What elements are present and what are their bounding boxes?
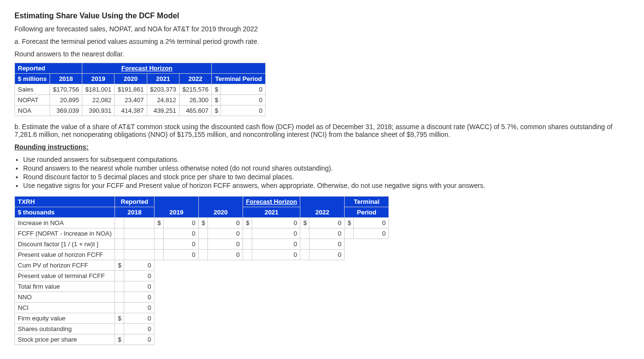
question-b: b. Estimate the value of a share of AT&T…	[14, 123, 630, 138]
value-input[interactable]: 0	[124, 292, 155, 303]
intro-text: Following are forecasted sales, NOPAT, a…	[14, 25, 630, 33]
value-input[interactable]: 0	[252, 250, 300, 260]
empty-cell	[199, 281, 208, 292]
table-row: Discount factor [1 / (1 + rw)t ]0000	[15, 239, 389, 250]
empty-cell	[155, 303, 164, 313]
cell-value: 439,251	[147, 106, 179, 116]
question-a: a. Forecast the terminal period values a…	[14, 38, 630, 45]
row-label: Discount factor [1 / (1 + rw)t ]	[15, 239, 115, 250]
value-input[interactable]: 0	[252, 218, 300, 228]
t2-hdr-terminal: Terminal	[345, 197, 389, 207]
empty-cell	[199, 271, 208, 281]
value-input[interactable]: 0	[164, 250, 199, 260]
row-label: Total firm value	[15, 281, 115, 292]
cell-value: 24,812	[147, 95, 179, 106]
rounding-note: Round answers to the nearest dollar.	[14, 50, 630, 58]
empty-cell	[243, 271, 252, 281]
value-input[interactable]: 0	[309, 228, 345, 239]
value-input[interactable]: 0	[309, 218, 345, 228]
reported-cell	[124, 250, 155, 260]
terminal-input[interactable]: 0	[221, 106, 266, 116]
value-input[interactable]: 0	[208, 218, 243, 228]
value-input[interactable]: 0	[309, 250, 345, 260]
value-input[interactable]: 0	[124, 334, 155, 345]
dollar-sign: $	[115, 260, 124, 271]
value-input[interactable]: 0	[354, 218, 389, 228]
value-input[interactable]: 0	[124, 260, 155, 271]
t1-col-terminal: Terminal Period	[212, 74, 266, 84]
empty-cell	[199, 292, 208, 303]
t1-hdr-terminal-blank	[212, 63, 266, 74]
dcf-table: TXRH Reported 2019 2020 Forecast Horizon…	[14, 196, 389, 345]
value-input[interactable]: 0	[124, 281, 155, 292]
empty-cell	[309, 260, 345, 271]
t1-hdr-forecast: Forecast Horizon	[82, 63, 212, 74]
terminal-input[interactable]: 0	[221, 95, 266, 106]
value-input[interactable]: 0	[208, 228, 243, 239]
empty-cell	[345, 260, 354, 271]
dollar-sign	[115, 250, 124, 260]
empty-cell	[155, 281, 164, 292]
dollar-sign	[300, 239, 309, 250]
t1-col-2020: 2020	[115, 74, 147, 84]
t2-hdr-2021: 2021	[243, 207, 300, 218]
row-label: NOA	[15, 106, 50, 116]
reported-cell	[124, 228, 155, 239]
dollar-sign	[115, 271, 124, 281]
cell-value: 369,039	[50, 106, 82, 116]
value-input[interactable]: 0	[252, 239, 300, 250]
empty-cell	[155, 334, 164, 345]
value-input[interactable]: 0	[124, 271, 155, 281]
dollar-sign	[155, 228, 164, 239]
t2-hdr-2018: 2018	[115, 207, 155, 218]
value-input[interactable]: 0	[164, 228, 199, 239]
cell-value: 26,300	[179, 95, 211, 106]
table-row: NOA369,039390,931414,387439,251465,607$0	[15, 106, 266, 116]
value-input[interactable]: 0	[208, 239, 243, 250]
empty-cell	[164, 271, 199, 281]
empty-cell	[300, 292, 309, 303]
empty-cell	[309, 281, 345, 292]
t2-hdr-reported: Reported	[115, 197, 155, 207]
t2-hdr-2020: 2020	[199, 197, 243, 218]
value-input[interactable]: 0	[124, 303, 155, 313]
table-row: NCI0	[15, 303, 389, 313]
dollar-sign	[115, 303, 124, 313]
empty-cell	[199, 260, 208, 271]
t2-hdr-2022: 2022	[300, 197, 345, 218]
value-input[interactable]: 0	[252, 228, 300, 239]
empty-cell	[164, 324, 199, 334]
dollar-sign: $	[155, 218, 164, 228]
empty-cell	[309, 324, 345, 334]
dollar-sign	[115, 281, 124, 292]
empty-cell	[300, 324, 309, 334]
row-label: Firm equity value	[15, 313, 115, 324]
table-row: Total firm value0	[15, 281, 389, 292]
table-row: Firm equity value$0	[15, 313, 389, 324]
row-label: Increase in NOA	[15, 218, 115, 228]
empty-cell	[345, 313, 354, 324]
value-input[interactable]: 0	[124, 324, 155, 334]
value-input[interactable]: 0	[354, 228, 389, 239]
empty-cell	[345, 292, 354, 303]
terminal-input[interactable]: 0	[221, 84, 266, 95]
value-input[interactable]: 0	[164, 218, 199, 228]
dollar-sign	[300, 228, 309, 239]
empty-cell	[208, 281, 243, 292]
row-label: Present value of terminal FCFF	[15, 271, 115, 281]
reported-cell	[124, 239, 155, 250]
value-input[interactable]: 0	[124, 313, 155, 324]
value-input[interactable]: 0	[164, 239, 199, 250]
ri-item: Use rounded answers for subsequent compu…	[23, 156, 630, 163]
empty-cell	[164, 303, 199, 313]
empty-cell	[164, 260, 199, 271]
empty-cell	[243, 281, 252, 292]
empty-cell	[155, 324, 164, 334]
empty-cell	[155, 271, 164, 281]
empty-cell	[345, 334, 354, 345]
empty-cell	[155, 313, 164, 324]
value-input[interactable]: 0	[208, 250, 243, 260]
value-input[interactable]: 0	[309, 239, 345, 250]
t1-col-2021: 2021	[147, 74, 179, 84]
table-row: Present value of horizon FCFF0000	[15, 250, 389, 260]
